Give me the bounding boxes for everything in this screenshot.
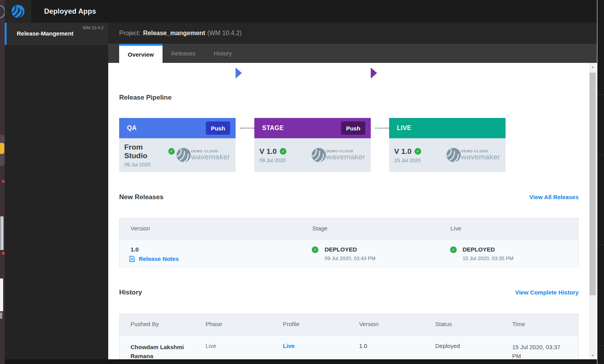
col-status: Status bbox=[435, 321, 452, 327]
col-pushed-by: Pushed By bbox=[130, 321, 159, 327]
wavemaker-logo-icon bbox=[10, 3, 26, 20]
qa-arrow-icon bbox=[236, 68, 242, 79]
release-notes-link[interactable]: Release Notes bbox=[139, 255, 179, 262]
tab-bar: Overview Releases History bbox=[108, 44, 597, 63]
dock-notification-dot-2 bbox=[2, 252, 5, 255]
pipeline-card-qa-header: QA Push bbox=[119, 118, 236, 138]
new-releases-row: 1.0 Release Notes ✓ DEPLOYED 09 Jul 2020… bbox=[120, 239, 578, 268]
stage-arrow-icon bbox=[371, 68, 377, 79]
release-pipeline-heading: Release Pipeline bbox=[119, 94, 172, 102]
wavemaker-wave-icon bbox=[175, 146, 193, 164]
stage-name: STAGE bbox=[262, 125, 284, 132]
push-button-qa[interactable]: Push bbox=[206, 121, 230, 135]
live-date: 15 Jul 2020 bbox=[394, 157, 421, 163]
pipeline-card-qa-body: From Studio ✓ 09 Jul 2020 DEMO CLOUD wav… bbox=[119, 138, 236, 172]
col-version: Version bbox=[130, 225, 150, 232]
wavemaker-wave-icon bbox=[445, 146, 463, 164]
stage-name: QA bbox=[127, 125, 137, 132]
tab-releases[interactable]: Releases bbox=[163, 44, 204, 63]
project-label: Project: bbox=[119, 30, 140, 37]
history-phase: Live bbox=[206, 343, 216, 349]
release-version: 1.0 bbox=[130, 246, 139, 253]
history-table: Pushed By Phase Profile Version Status T… bbox=[119, 314, 579, 360]
success-check-icon: ✓ bbox=[280, 148, 286, 155]
main-content: Release Pipeline QA Push From Studio ✓ 0… bbox=[108, 63, 589, 360]
top-bar: Deployed Apps bbox=[5, 0, 597, 23]
scroll-down-arrow-icon[interactable]: ▼ bbox=[589, 353, 596, 359]
new-releases-heading: New Releases bbox=[119, 193, 163, 201]
history-time: 15 Jul 2020, 03:37 PM bbox=[512, 343, 571, 360]
qa-version: From Studio bbox=[124, 143, 165, 160]
dock-icon-fragment-small[interactable] bbox=[0, 312, 2, 319]
history-version: 1.0 bbox=[359, 343, 367, 349]
demo-cloud-logo: DEMO CLOUD wavemaker bbox=[175, 146, 230, 164]
os-dock-strip bbox=[0, 0, 5, 364]
window-bottom-bar bbox=[5, 359, 597, 364]
vertical-scrollbar[interactable]: ▲ ▼ bbox=[589, 63, 596, 360]
history-table-header: Pushed By Phase Profile Version Status T… bbox=[120, 314, 578, 335]
wavemaker-logo-button[interactable] bbox=[5, 0, 31, 23]
stage-version: V 1.0 bbox=[259, 147, 277, 156]
history-heading: History bbox=[119, 289, 142, 296]
tab-overview[interactable]: Overview bbox=[119, 44, 163, 63]
release-notes-cell: Release Notes bbox=[129, 255, 179, 262]
new-releases-table: Version Stage Live 1.0 Release Notes ✓ D… bbox=[119, 218, 579, 268]
wavemaker-label: wavemaker bbox=[326, 153, 365, 161]
wavemaker-wave-icon bbox=[310, 146, 328, 164]
live-time: 15 Jul 2020, 03:35 PM bbox=[463, 255, 513, 261]
sidebar: Release-Mangement WM 10.4.2 bbox=[5, 23, 108, 359]
stage-deployed-check-icon: ✓ bbox=[312, 246, 318, 253]
history-status: Deployed bbox=[435, 343, 460, 349]
sidebar-item-project[interactable]: Release-Mangement WM 10.4.2 bbox=[5, 23, 108, 45]
col-version: Version bbox=[359, 321, 379, 327]
scrollbar-thumb[interactable] bbox=[590, 73, 596, 295]
stage-time: 09 Jul 2020, 03:43 PM bbox=[325, 255, 375, 261]
pipeline-card-stage-body: V 1.0 ✓ 09 Jul 2020 DEMO CLOUD wavemaker bbox=[254, 138, 371, 172]
project-header: Project: Release_mangement (WM 10.4.2) bbox=[108, 23, 597, 44]
sidebar-project-version: WM 10.4.2 bbox=[83, 25, 104, 30]
project-version: (WM 10.4.2) bbox=[207, 30, 241, 37]
col-profile: Profile bbox=[283, 321, 300, 327]
pipeline-connector-2 bbox=[375, 128, 389, 128]
pipeline-card-live-body: V 1.0 ✓ 15 Jul 2020 DEMO CLOUD wavemaker bbox=[389, 138, 506, 172]
document-icon bbox=[129, 256, 135, 262]
live-version: V 1.0 bbox=[394, 147, 411, 156]
push-button-stage[interactable]: Push bbox=[341, 121, 365, 135]
success-check-icon: ✓ bbox=[168, 148, 175, 155]
demo-cloud-logo: DEMO CLOUD wavemaker bbox=[310, 146, 365, 164]
col-phase: Phase bbox=[206, 321, 222, 327]
project-name: Release_mangement bbox=[143, 30, 205, 37]
col-stage: Stage bbox=[312, 225, 327, 232]
history-profile-link[interactable]: Live bbox=[283, 343, 295, 349]
pipeline-card-qa: QA Push From Studio ✓ 09 Jul 2020 DE bbox=[119, 118, 236, 172]
pipeline-card-live: LIVE V 1.0 ✓ 15 Jul 2020 DEMO CLOUD bbox=[389, 118, 506, 172]
sidebar-project-name: Release-Mangement bbox=[17, 30, 73, 37]
dock-icon-fragment-white[interactable] bbox=[0, 278, 3, 311]
demo-cloud-logo: DEMO CLOUD wavemaker bbox=[445, 146, 500, 164]
pipeline-card-stage-header: STAGE Push bbox=[254, 118, 371, 138]
pipeline-card-live-header: LIVE bbox=[389, 118, 506, 138]
tab-history[interactable]: History bbox=[204, 44, 241, 63]
success-check-icon: ✓ bbox=[415, 148, 421, 155]
live-status: DEPLOYED bbox=[463, 246, 495, 253]
new-releases-table-header: Version Stage Live bbox=[120, 218, 578, 239]
stage-date: 09 Jul 2020 bbox=[259, 157, 286, 163]
wavemaker-label: wavemaker bbox=[191, 153, 230, 161]
history-row: Chowdam Lakshmi Ramana Live Live 1.0 Dep… bbox=[120, 335, 578, 360]
dock-notification-dot bbox=[2, 180, 5, 183]
col-time: Time bbox=[512, 321, 525, 327]
col-live: Live bbox=[450, 225, 461, 232]
dock-icon-fragment-yellow[interactable] bbox=[0, 143, 4, 154]
dock-icon-fragment-ring[interactable] bbox=[0, 5, 5, 19]
dock-icon-fragment-gray[interactable] bbox=[0, 216, 4, 250]
qa-date: 09 Jul 2020 bbox=[124, 162, 175, 168]
view-all-releases-link[interactable]: View All Releases bbox=[529, 194, 579, 200]
stage-status: DEPLOYED bbox=[325, 246, 357, 253]
live-deployed-check-icon: ✓ bbox=[450, 246, 457, 253]
pipeline-connector-1 bbox=[240, 128, 254, 128]
background-window-strip bbox=[597, 0, 604, 364]
history-pushed-by: Chowdam Lakshmi Ramana bbox=[130, 343, 197, 360]
scroll-up-arrow-icon[interactable]: ▲ bbox=[589, 64, 596, 70]
stage-name: LIVE bbox=[397, 125, 411, 132]
view-complete-history-link[interactable]: View Complete History bbox=[515, 289, 579, 296]
